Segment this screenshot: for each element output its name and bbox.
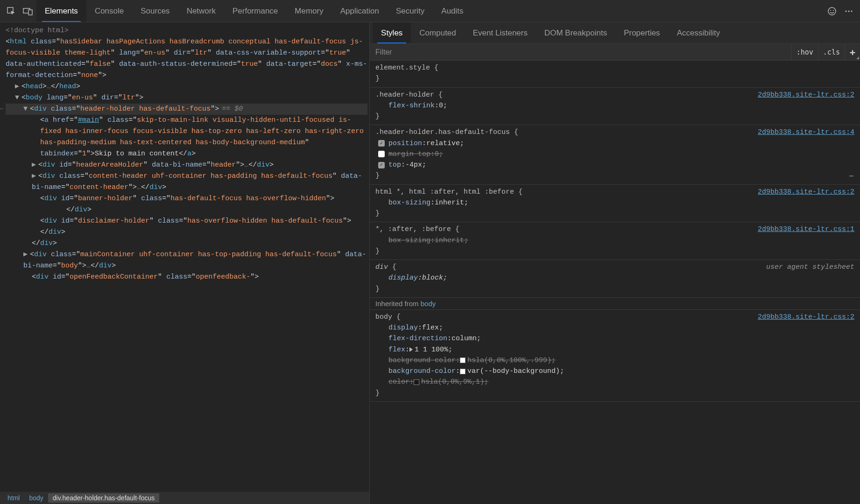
stylesheet-link[interactable]: 2d9bb338.site-ltr.css:4 bbox=[758, 127, 854, 138]
svg-point-6 bbox=[845, 10, 846, 12]
stylesheet-link[interactable]: 2d9bb338.site-ltr.css:2 bbox=[758, 312, 854, 322]
top-tab-audits[interactable]: Audits bbox=[433, 0, 472, 22]
dom-selected-node[interactable]: …▼<div class="header-holder has-default-… bbox=[6, 104, 367, 115]
expand-corner-icon[interactable] bbox=[856, 56, 859, 59]
property-checkbox[interactable] bbox=[378, 151, 385, 157]
side-tabs: StylesComputedEvent ListenersDOM Breakpo… bbox=[370, 22, 860, 44]
side-tab-dom-breakpoints[interactable]: DOM Breakpoints bbox=[536, 22, 615, 43]
color-swatch[interactable] bbox=[414, 379, 419, 385]
style-rule[interactable]: 2d9bb338.site-ltr.css:2.header-holder {f… bbox=[370, 88, 860, 126]
feedback-smiley-icon[interactable] bbox=[824, 3, 840, 20]
styles-pane: StylesComputedEvent ListenersDOM Breakpo… bbox=[370, 22, 860, 504]
stylesheet-link[interactable]: 2d9bb338.site-ltr.css:2 bbox=[758, 187, 854, 197]
main-split: <!doctype html><html class="hasSidebar h… bbox=[0, 22, 860, 504]
top-tab-performance[interactable]: Performance bbox=[224, 0, 286, 22]
top-tab-security[interactable]: Security bbox=[388, 0, 433, 22]
svg-point-8 bbox=[851, 10, 852, 12]
style-rule[interactable]: 2d9bb338.site-ltr.css:2html *, html :aft… bbox=[370, 185, 860, 223]
dom-pane: <!doctype html><html class="hasSidebar h… bbox=[0, 22, 370, 504]
more-actions-icon[interactable]: ⋯ bbox=[849, 171, 854, 182]
svg-point-7 bbox=[848, 10, 849, 12]
top-tab-memory[interactable]: Memory bbox=[286, 0, 331, 22]
property-checkbox[interactable]: ✓ bbox=[378, 140, 385, 147]
style-rule[interactable]: user agent stylesheetdiv {display: block… bbox=[370, 260, 860, 298]
expand-shorthand-icon[interactable] bbox=[409, 347, 413, 352]
hov-toggle[interactable]: :hov bbox=[791, 44, 818, 60]
stylesheet-link[interactable]: 2d9bb338.site-ltr.css:2 bbox=[758, 90, 854, 100]
cls-toggle[interactable]: .cls bbox=[818, 44, 845, 60]
property-checkbox[interactable]: ✓ bbox=[378, 162, 385, 168]
breadcrumb-item[interactable]: body bbox=[24, 493, 48, 503]
top-bar: ElementsConsoleSourcesNetworkPerformance… bbox=[0, 0, 860, 22]
dom-tree[interactable]: <!doctype html><html class="hasSidebar h… bbox=[0, 22, 369, 492]
inspect-element-icon[interactable] bbox=[3, 3, 20, 20]
svg-point-4 bbox=[830, 10, 831, 11]
svg-point-3 bbox=[828, 7, 836, 15]
style-rule[interactable]: 2d9bb338.site-ltr.css:2body {display: fl… bbox=[370, 310, 860, 402]
top-tab-application[interactable]: Application bbox=[332, 0, 388, 22]
side-tab-styles[interactable]: Styles bbox=[373, 22, 411, 43]
style-rules[interactable]: element.style {}2d9bb338.site-ltr.css:2.… bbox=[370, 61, 860, 504]
top-tabs: ElementsConsoleSourcesNetworkPerformance… bbox=[36, 0, 472, 22]
devtools-root: ElementsConsoleSourcesNetworkPerformance… bbox=[0, 0, 860, 504]
top-tab-elements[interactable]: Elements bbox=[36, 0, 86, 22]
stylesheet-link[interactable]: 2d9bb338.site-ltr.css:1 bbox=[758, 224, 854, 235]
breadcrumb: htmlbodydiv.header-holder.has-default-fo… bbox=[0, 492, 369, 504]
more-menu-icon[interactable] bbox=[840, 3, 857, 20]
top-tab-sources[interactable]: Sources bbox=[132, 0, 178, 22]
top-tab-console[interactable]: Console bbox=[86, 0, 132, 22]
style-rule[interactable]: 2d9bb338.site-ltr.css:4.header-holder.ha… bbox=[370, 125, 860, 184]
breadcrumb-item[interactable]: html bbox=[3, 493, 24, 503]
color-swatch[interactable] bbox=[460, 357, 465, 363]
style-rule[interactable]: 2d9bb338.site-ltr.css:1*, :after, :befor… bbox=[370, 222, 860, 260]
breadcrumb-item[interactable]: div.header-holder.has-default-focus bbox=[48, 493, 159, 503]
top-tab-network[interactable]: Network bbox=[178, 0, 224, 22]
side-tab-computed[interactable]: Computed bbox=[411, 22, 464, 43]
svg-point-5 bbox=[833, 10, 834, 11]
user-agent-label: user agent stylesheet bbox=[766, 262, 854, 273]
device-toolbar-icon[interactable] bbox=[20, 3, 36, 20]
side-tab-event-listeners[interactable]: Event Listeners bbox=[465, 22, 536, 43]
svg-rect-2 bbox=[28, 10, 32, 15]
side-tab-properties[interactable]: Properties bbox=[615, 22, 668, 43]
styles-filter-input[interactable] bbox=[370, 48, 791, 56]
color-swatch[interactable] bbox=[460, 369, 465, 374]
style-rule[interactable]: element.style {} bbox=[370, 61, 860, 88]
filter-bar: :hov .cls + bbox=[370, 44, 860, 61]
inherited-header: Inherited from body bbox=[370, 298, 860, 310]
side-tab-accessibility[interactable]: Accessibility bbox=[669, 22, 729, 43]
